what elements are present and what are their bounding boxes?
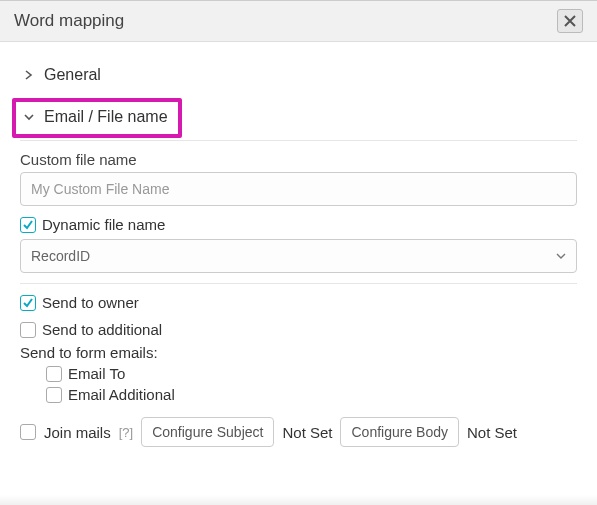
section-general-label: General [44,66,101,84]
configure-body-button[interactable]: Configure Body [340,417,459,447]
close-button[interactable] [557,9,583,33]
join-mails-label: Join mails [44,424,111,441]
divider [20,283,577,284]
dynamic-file-name-label: Dynamic file name [42,216,165,233]
email-to-checkbox[interactable] [46,366,62,382]
email-additional-checkbox[interactable] [46,387,62,403]
dynamic-file-name-row[interactable]: Dynamic file name [20,216,577,233]
send-to-additional-row[interactable]: Send to additional [20,321,577,338]
email-additional-row[interactable]: Email Additional [46,386,577,403]
scroll-shadow [0,495,597,505]
email-to-row[interactable]: Email To [46,365,577,382]
subject-status: Not Set [282,424,332,441]
dialog-header: Word mapping [0,1,597,42]
email-additional-label: Email Additional [68,386,175,403]
join-mails-checkbox[interactable] [20,424,36,440]
email-to-label: Email To [68,365,125,382]
dynamic-file-name-selected: RecordID [31,248,90,264]
send-to-owner-checkbox[interactable] [20,295,36,311]
send-to-owner-label: Send to owner [42,294,139,311]
dialog-body: General Email / File name Custom file na… [0,42,597,453]
send-to-additional-label: Send to additional [42,321,162,338]
chevron-right-icon [20,70,38,80]
chevron-down-icon [556,248,566,264]
dynamic-file-name-checkbox[interactable] [20,217,36,233]
configure-subject-button[interactable]: Configure Subject [141,417,274,447]
custom-file-name-label: Custom file name [20,151,577,168]
chevron-down-icon [20,112,38,122]
send-to-form-emails-heading: Send to form emails: [20,344,577,361]
section-general[interactable]: General [20,58,577,92]
join-mails-help-icon[interactable]: [?] [119,425,133,440]
join-mails-row: Join mails [?] Configure Subject Not Set… [20,417,577,447]
send-to-additional-checkbox[interactable] [20,322,36,338]
close-icon [564,13,576,30]
body-status: Not Set [467,424,517,441]
custom-file-name-input[interactable] [20,172,577,206]
section-email-file-name[interactable]: Email / File name [16,104,172,130]
section-email-file-name-label: Email / File name [44,108,168,126]
highlight-email-file-name: Email / File name [12,98,182,138]
dialog-title: Word mapping [14,11,124,31]
dialog-word-mapping: Word mapping General Email / File name C… [0,0,597,505]
dynamic-file-name-select[interactable]: RecordID [20,239,577,273]
send-to-owner-row[interactable]: Send to owner [20,294,577,311]
section-divider [20,140,577,141]
